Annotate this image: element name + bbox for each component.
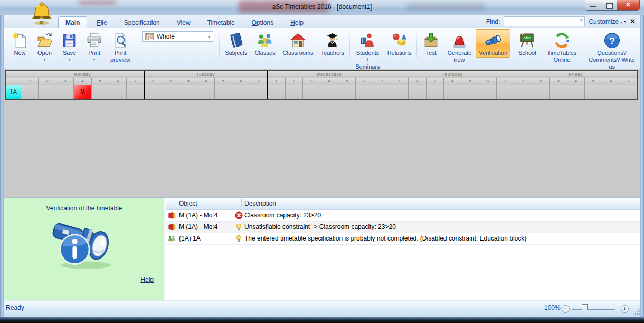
ribbon-toolbar: NewOpenSavePrintPrintpreviewWholeSubject… (4, 28, 640, 69)
classes-people-icon (256, 31, 273, 49)
timetable-cell[interactable] (179, 85, 197, 99)
timetable-cell[interactable] (286, 85, 303, 99)
timetable-cell[interactable] (145, 85, 162, 99)
timetable-cell[interactable] (373, 85, 390, 99)
new-button[interactable]: New (8, 29, 32, 58)
timetable-cell[interactable] (514, 85, 532, 99)
teachers-button[interactable]: Teachers (318, 29, 348, 58)
button-label: Classes (254, 50, 275, 57)
grid-corner (6, 71, 21, 78)
app-menu-bell-button[interactable]: aSc (30, 2, 54, 25)
timetable-cell[interactable] (197, 85, 215, 99)
day-header-thursday: Thursday (391, 71, 515, 78)
minimize-button[interactable] (585, 0, 601, 10)
timetable-cell[interactable] (338, 85, 356, 99)
chevron-down-icon (44, 57, 46, 60)
timetable-cell[interactable] (39, 85, 56, 99)
timetable-cell[interactable] (92, 85, 109, 99)
timetable-cell[interactable] (497, 85, 514, 99)
tab-help[interactable]: Help (283, 16, 311, 28)
period-header: 4 (444, 78, 461, 85)
print-preview-button[interactable]: Printpreview (107, 29, 134, 64)
tab-main[interactable]: Main (58, 16, 87, 28)
timetable-cell[interactable] (532, 85, 550, 99)
zoom-slider-track[interactable] (572, 309, 615, 310)
timetable-cell[interactable] (320, 85, 338, 99)
zoom-in-button[interactable] (621, 305, 629, 313)
lesson-card[interactable]: M (74, 85, 91, 99)
timetable-cell[interactable] (461, 85, 479, 99)
timetable-cell[interactable] (479, 85, 497, 99)
tab-options[interactable]: Options (244, 16, 281, 28)
tab-specification[interactable]: Specification (117, 16, 167, 28)
find-input[interactable] (504, 16, 585, 26)
timetable-cell[interactable] (444, 85, 461, 99)
calendar-icon (145, 33, 154, 40)
period-header: 5 (338, 78, 356, 85)
zoom-out-button[interactable] (562, 305, 570, 313)
svg-text:aSc: aSc (40, 16, 44, 19)
timetable-cell[interactable] (620, 85, 637, 99)
verification-button[interactable]: Verification (476, 29, 510, 58)
button-label: Teachers (321, 50, 345, 57)
subjects-button[interactable]: Subjects (222, 29, 250, 58)
questions-button[interactable]: ?Questions?Comments? Write us (584, 29, 639, 71)
print-icon (86, 31, 103, 49)
timetable-cell[interactable] (21, 85, 39, 99)
help-link[interactable]: Help (140, 276, 154, 283)
print-preview-icon (111, 31, 129, 49)
timetable-cell[interactable] (232, 85, 250, 99)
timetable-cell[interactable] (585, 85, 602, 99)
hint-bulb-icon (235, 235, 243, 243)
school-button[interactable]: abcSchool (515, 29, 539, 58)
period-header: 2 (39, 78, 56, 85)
timetable-cell[interactable] (109, 85, 127, 99)
timetable-cell[interactable] (550, 85, 567, 99)
customize-button[interactable]: Customize (589, 18, 626, 25)
tab-bar: MainFileSpecificationViewTimetableOption… (58, 16, 311, 28)
timetable-cell[interactable] (391, 85, 409, 99)
relations-button[interactable]: Relations (384, 29, 415, 58)
save-button[interactable]: Save (58, 29, 81, 61)
period-header: 6 (479, 78, 497, 85)
timetable-cell[interactable] (268, 85, 285, 99)
close-button[interactable] (617, 0, 639, 10)
tab-timetable[interactable]: Timetable (200, 16, 242, 28)
students-seminars-button[interactable]: Students /Seminars (352, 29, 383, 71)
result-row[interactable]: (1A) 1AThe entered timetable specificati… (166, 233, 640, 245)
timetable-cell[interactable] (56, 85, 74, 99)
generate-new-button[interactable]: Generatenew (444, 29, 475, 64)
open-button[interactable]: Open (33, 29, 56, 61)
classes-button[interactable]: Classes (251, 29, 278, 58)
test-button[interactable]: Test (419, 29, 443, 58)
panel-title: Verification of the timetable (4, 205, 164, 212)
timetable-cell[interactable] (162, 85, 179, 99)
tab-file[interactable]: File (89, 16, 114, 28)
period-header: 1 (21, 78, 39, 85)
print-button[interactable]: Print (82, 29, 106, 61)
timetable-cell[interactable] (409, 85, 426, 99)
timetable-cell[interactable] (602, 85, 620, 99)
button-label: School (518, 50, 536, 57)
maximize-button[interactable] (601, 0, 617, 10)
result-row[interactable]: M (1A) - Mo:4Unsatisfiable constraint ->… (166, 222, 640, 233)
result-row[interactable]: M (1A) - Mo:4Classroom capacity: 23>20 (166, 210, 640, 222)
timetables-online-button[interactable]: TimeTablesOnline (544, 29, 580, 64)
timetable-cell[interactable] (215, 85, 232, 99)
timetable-cell[interactable] (356, 85, 373, 99)
toolbar-close-icon[interactable] (630, 17, 636, 25)
timetable-cell[interactable] (127, 85, 144, 99)
zoom-slider-thumb[interactable] (582, 304, 588, 312)
period-header: 3 (550, 78, 567, 85)
flashlight-info-icon (49, 215, 120, 273)
timetable-cell[interactable] (303, 85, 320, 99)
customize-label: Customize (589, 18, 619, 25)
class-row-label[interactable]: 1A (6, 85, 21, 99)
tab-view[interactable]: View (169, 16, 198, 28)
view-mode-select[interactable]: Whole (142, 31, 214, 42)
result-object: M (1A) - Mo:4 (179, 211, 217, 219)
timetable-cell[interactable] (250, 85, 267, 99)
classrooms-button[interactable]: Classrooms (280, 29, 317, 58)
timetable-cell[interactable] (567, 85, 585, 99)
timetable-cell[interactable] (427, 85, 444, 99)
